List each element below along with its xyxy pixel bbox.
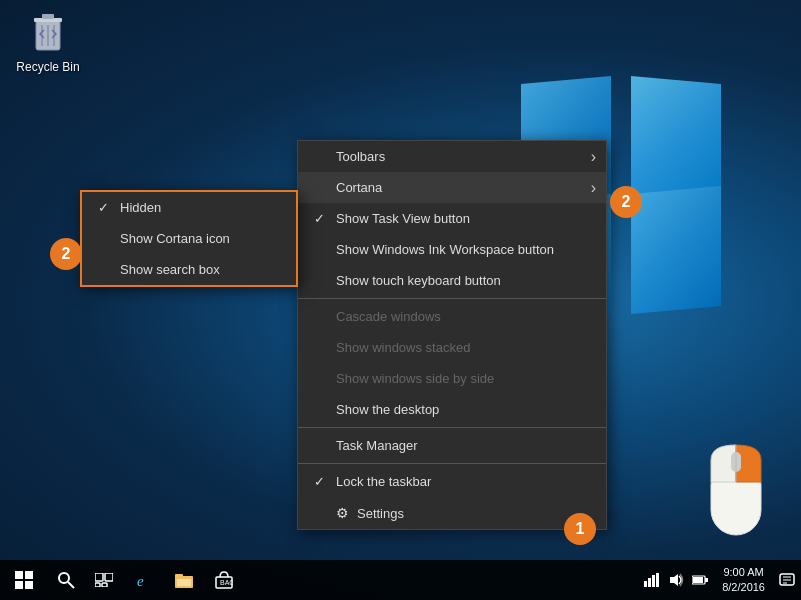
menu-item-ink-workspace[interactable]: Show Windows Ink Workspace button bbox=[298, 234, 606, 265]
menu-item-lock-taskbar[interactable]: ✓ Lock the taskbar bbox=[298, 466, 606, 497]
check-cascade bbox=[314, 309, 330, 324]
search-button[interactable] bbox=[48, 560, 84, 600]
file-explorer-button[interactable] bbox=[164, 560, 204, 600]
divider-1 bbox=[298, 298, 606, 299]
edge-browser-button[interactable]: e bbox=[124, 560, 164, 600]
cortana-submenu: ✓ Hidden Show Cortana icon Show search b… bbox=[80, 190, 298, 287]
menu-item-side-by-side: Show windows side by side bbox=[298, 363, 606, 394]
notification-icon[interactable] bbox=[777, 570, 797, 590]
submenu-item-search-box-label: Show search box bbox=[120, 262, 220, 277]
recycle-bin[interactable]: Recycle Bin bbox=[8, 8, 88, 74]
check-show-desktop bbox=[314, 402, 330, 417]
check-placeholder-cortana bbox=[314, 180, 330, 195]
svg-rect-9 bbox=[15, 571, 23, 579]
submenu-item-cortana-icon-label: Show Cortana icon bbox=[120, 231, 230, 246]
start-button[interactable] bbox=[0, 560, 48, 600]
check-touch bbox=[314, 273, 330, 288]
svg-rect-2 bbox=[42, 14, 54, 19]
svg-rect-32 bbox=[693, 577, 703, 583]
svg-rect-16 bbox=[105, 573, 113, 581]
menu-item-lock-label: Lock the taskbar bbox=[336, 474, 431, 489]
svg-point-13 bbox=[59, 573, 69, 583]
svg-rect-22 bbox=[177, 579, 191, 586]
desktop: Recycle Bin Toolbars Cortana ✓ Show Task… bbox=[0, 0, 801, 600]
context-menu-main: Toolbars Cortana ✓ Show Task View button… bbox=[297, 140, 607, 530]
menu-item-stacked: Show windows stacked bbox=[298, 332, 606, 363]
menu-item-task-manager[interactable]: Task Manager bbox=[298, 430, 606, 461]
svg-rect-15 bbox=[95, 573, 103, 581]
submenu-item-hidden-label: Hidden bbox=[120, 200, 161, 215]
svg-text:e: e bbox=[137, 573, 144, 589]
menu-item-cortana-label: Cortana bbox=[336, 180, 382, 195]
task-view-button[interactable] bbox=[84, 560, 124, 600]
mouse-illustration bbox=[701, 440, 771, 540]
check-search-box bbox=[98, 262, 114, 277]
tray-network-icon[interactable] bbox=[642, 570, 662, 590]
menu-item-settings[interactable]: ⚙ Settings bbox=[298, 497, 606, 529]
svg-rect-11 bbox=[15, 581, 23, 589]
check-ink bbox=[314, 242, 330, 257]
svg-rect-28 bbox=[656, 573, 659, 587]
svg-text:BAG: BAG bbox=[220, 579, 233, 586]
check-task-view: ✓ bbox=[314, 211, 330, 226]
clock[interactable]: 9:00 AM 8/2/2016 bbox=[714, 565, 773, 596]
menu-item-cascade: Cascade windows bbox=[298, 301, 606, 332]
svg-marker-29 bbox=[670, 574, 678, 586]
menu-item-toolbars-label: Toolbars bbox=[336, 149, 385, 164]
check-stacked bbox=[314, 340, 330, 355]
check-settings bbox=[314, 506, 330, 521]
divider-2 bbox=[298, 427, 606, 428]
store-button[interactable]: BAG bbox=[204, 560, 244, 600]
menu-item-touch-keyboard[interactable]: Show touch keyboard button bbox=[298, 265, 606, 296]
tray-battery-icon[interactable] bbox=[690, 570, 710, 590]
menu-item-cascade-label: Cascade windows bbox=[336, 309, 441, 324]
menu-item-show-desktop-label: Show the desktop bbox=[336, 402, 439, 417]
svg-rect-10 bbox=[25, 571, 33, 579]
menu-item-ink-label: Show Windows Ink Workspace button bbox=[336, 242, 554, 257]
svg-line-14 bbox=[68, 582, 74, 588]
divider-3 bbox=[298, 463, 606, 464]
menu-item-side-label: Show windows side by side bbox=[336, 371, 494, 386]
menu-item-settings-label: Settings bbox=[357, 506, 404, 521]
menu-item-show-desktop[interactable]: Show the desktop bbox=[298, 394, 606, 425]
badge-2b: 2 bbox=[610, 186, 642, 218]
recycle-bin-label: Recycle Bin bbox=[16, 60, 79, 74]
check-placeholder bbox=[314, 149, 330, 164]
menu-item-touch-label: Show touch keyboard button bbox=[336, 273, 501, 288]
menu-item-cortana[interactable]: Cortana bbox=[298, 172, 606, 203]
clock-time: 9:00 AM bbox=[722, 565, 765, 580]
check-lock: ✓ bbox=[314, 474, 330, 489]
svg-rect-12 bbox=[25, 581, 33, 589]
svg-rect-18 bbox=[102, 583, 107, 587]
menu-item-task-view[interactable]: ✓ Show Task View button bbox=[298, 203, 606, 234]
svg-rect-17 bbox=[95, 583, 100, 587]
tray-volume-icon[interactable] bbox=[666, 570, 686, 590]
check-cortana-icon bbox=[98, 231, 114, 246]
menu-item-task-view-label: Show Task View button bbox=[336, 211, 470, 226]
svg-rect-21 bbox=[175, 574, 183, 578]
check-task-mgr bbox=[314, 438, 330, 453]
submenu-item-hidden[interactable]: ✓ Hidden bbox=[82, 192, 296, 223]
check-hidden: ✓ bbox=[98, 200, 114, 215]
menu-item-toolbars[interactable]: Toolbars bbox=[298, 141, 606, 172]
svg-rect-31 bbox=[705, 578, 708, 582]
badge-2a: 2 bbox=[50, 238, 82, 270]
badge-1: 1 bbox=[564, 513, 596, 545]
menu-item-stacked-label: Show windows stacked bbox=[336, 340, 470, 355]
system-tray: 9:00 AM 8/2/2016 bbox=[642, 565, 801, 596]
svg-rect-27 bbox=[652, 575, 655, 587]
svg-rect-26 bbox=[648, 578, 651, 587]
svg-rect-25 bbox=[644, 581, 647, 587]
submenu-item-cortana-icon[interactable]: Show Cortana icon bbox=[82, 223, 296, 254]
submenu-item-search-box[interactable]: Show search box bbox=[82, 254, 296, 285]
taskbar: e BAG bbox=[0, 560, 801, 600]
menu-item-task-manager-label: Task Manager bbox=[336, 438, 418, 453]
clock-date: 8/2/2016 bbox=[722, 580, 765, 595]
recycle-bin-icon bbox=[24, 8, 72, 56]
gear-icon: ⚙ bbox=[336, 505, 349, 521]
check-side bbox=[314, 371, 330, 386]
